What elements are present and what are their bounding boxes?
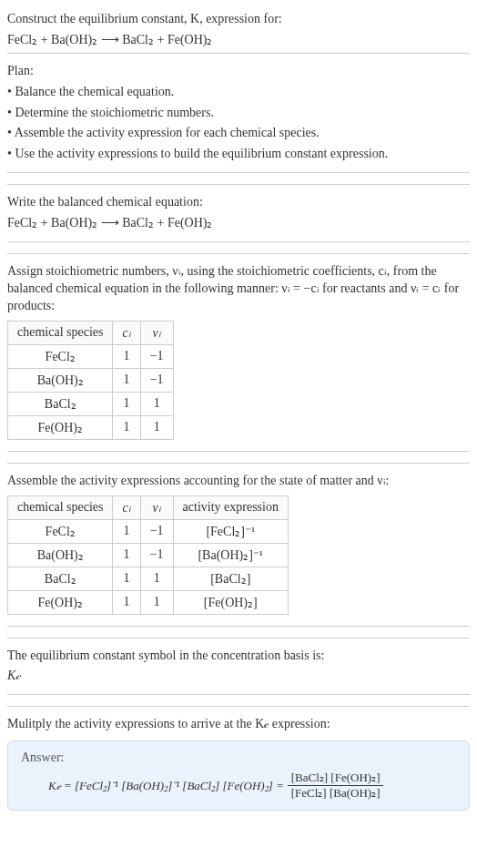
kc-numerator: [BaCl₂] [Fe(OH)₂] <box>288 771 384 786</box>
cell-v: 1 <box>140 567 173 590</box>
page-title: Construct the equilibrium constant, K, e… <box>7 11 470 28</box>
plan-section: Plan: • Balance the chemical equation. •… <box>7 53 470 173</box>
cell-activity: [BaCl₂] <box>173 567 288 590</box>
table-row: BaCl₂ 1 1 <box>8 392 174 415</box>
table-row: BaCl₂ 1 1 [BaCl₂] <box>8 567 289 590</box>
cell-c: 1 <box>113 368 140 392</box>
plan-heading: Plan: <box>7 63 470 80</box>
table-header-row: chemical species cᵢ νᵢ <box>8 321 174 344</box>
plan-item: • Use the activity expressions to build … <box>7 146 470 163</box>
cell-v: 1 <box>140 590 173 614</box>
cell-species: BaCl₂ <box>8 567 113 590</box>
balanced-heading: Write the balanced chemical equation: <box>7 194 470 211</box>
cell-c: 1 <box>113 543 140 567</box>
header-equation: FeCl₂ + Ba(OH)₂ ⟶ BaCl₂ + Fe(OH)₂ <box>7 32 470 49</box>
symbol-text: The equilibrium constant symbol in the c… <box>7 648 470 665</box>
cell-activity: [Fe(OH)₂] <box>173 590 288 614</box>
assign-text: Assign stoichiometric numbers, νᵢ, using… <box>7 263 470 315</box>
col-c: cᵢ <box>113 321 140 344</box>
cell-activity: [FeCl₂]⁻¹ <box>173 519 288 543</box>
table-row: Fe(OH)₂ 1 1 [Fe(OH)₂] <box>8 590 289 614</box>
kc-expression: K𝒸 = [FeCl₂]⁻¹ [Ba(OH)₂]⁻¹ [BaCl₂] [Fe(O… <box>21 771 456 801</box>
cell-activity: [Ba(OH)₂]⁻¹ <box>173 543 288 567</box>
cell-c: 1 <box>113 567 140 590</box>
plan-item: • Balance the chemical equation. <box>7 84 470 101</box>
cell-species: BaCl₂ <box>8 392 113 415</box>
cell-v: −1 <box>140 543 173 567</box>
cell-v: 1 <box>140 392 173 415</box>
table-row: Ba(OH)₂ 1 −1 <box>8 368 174 392</box>
assign-section: Assign stoichiometric numbers, νᵢ, using… <box>7 253 470 452</box>
assemble-table: chemical species cᵢ νᵢ activity expressi… <box>7 495 289 615</box>
symbol-kc: K𝒸 <box>7 668 470 685</box>
cell-c: 1 <box>113 590 140 614</box>
answer-label: Answer: <box>21 751 456 765</box>
cell-v: −1 <box>140 344 173 368</box>
col-activity: activity expression <box>173 495 288 519</box>
table-header-row: chemical species cᵢ νᵢ activity expressi… <box>8 495 289 519</box>
cell-species: FeCl₂ <box>8 519 113 543</box>
assemble-text: Assemble the activity expressions accoun… <box>7 473 470 490</box>
balanced-equation: FeCl₂ + Ba(OH)₂ ⟶ BaCl₂ + Fe(OH)₂ <box>7 215 470 232</box>
title-text: Construct the equilibrium constant, K, e… <box>7 12 282 26</box>
col-species: chemical species <box>8 495 113 519</box>
kc-denominator: [FeCl₂] [Ba(OH)₂] <box>288 786 384 801</box>
col-c: cᵢ <box>113 495 140 519</box>
plan-item: • Assemble the activity expression for e… <box>7 125 470 142</box>
cell-species: Fe(OH)₂ <box>8 415 113 439</box>
kc-fraction: [BaCl₂] [Fe(OH)₂] [FeCl₂] [Ba(OH)₂] <box>288 771 384 801</box>
cell-v: 1 <box>140 415 173 439</box>
assemble-section: Assemble the activity expressions accoun… <box>7 463 470 627</box>
cell-species: Fe(OH)₂ <box>8 590 113 614</box>
symbol-section: The equilibrium constant symbol in the c… <box>7 638 470 696</box>
cell-species: Ba(OH)₂ <box>8 543 113 567</box>
cell-c: 1 <box>113 344 140 368</box>
multiply-text: Mulitply the activity expressions to arr… <box>7 716 470 733</box>
plan-item: • Determine the stoichiometric numbers. <box>7 105 470 122</box>
multiply-section: Mulitply the activity expressions to arr… <box>7 706 470 816</box>
cell-c: 1 <box>113 392 140 415</box>
col-species: chemical species <box>8 321 113 344</box>
cell-c: 1 <box>113 415 140 439</box>
table-row: FeCl₂ 1 −1 [FeCl₂]⁻¹ <box>8 519 289 543</box>
cell-species: FeCl₂ <box>8 344 113 368</box>
cell-c: 1 <box>113 519 140 543</box>
balanced-section: Write the balanced chemical equation: Fe… <box>7 184 470 242</box>
assign-table: chemical species cᵢ νᵢ FeCl₂ 1 −1 Ba(OH)… <box>7 321 174 440</box>
cell-v: −1 <box>140 519 173 543</box>
answer-box: Answer: K𝒸 = [FeCl₂]⁻¹ [Ba(OH)₂]⁻¹ [BaCl… <box>7 740 470 811</box>
col-v: νᵢ <box>140 321 173 344</box>
table-row: FeCl₂ 1 −1 <box>8 344 174 368</box>
table-row: Ba(OH)₂ 1 −1 [Ba(OH)₂]⁻¹ <box>8 543 289 567</box>
col-v: νᵢ <box>140 495 173 519</box>
kc-lhs: K𝒸 = [FeCl₂]⁻¹ [Ba(OH)₂]⁻¹ [BaCl₂] [Fe(O… <box>48 779 284 793</box>
cell-species: Ba(OH)₂ <box>8 368 113 392</box>
table-row: Fe(OH)₂ 1 1 <box>8 415 174 439</box>
cell-v: −1 <box>140 368 173 392</box>
